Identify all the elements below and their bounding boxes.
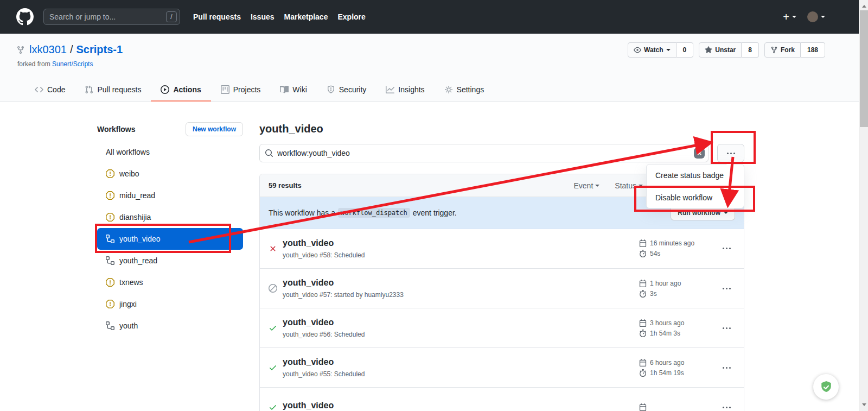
menu-item-disable-workflow[interactable]: Disable workflow: [647, 186, 744, 208]
run-title-link[interactable]: youth_video: [283, 318, 639, 327]
banner-text: This workflow has a: [269, 208, 335, 217]
repo-header: lxk0301 / Scripts-1 forked from Sunert/S…: [0, 34, 859, 102]
run-title-link[interactable]: youth_video: [283, 238, 639, 248]
sidebar-item-midu-read[interactable]: midu_read: [97, 185, 243, 206]
tab-wiki[interactable]: Wiki: [270, 79, 316, 102]
sidebar-item-youth[interactable]: youth: [97, 315, 243, 337]
run-title-link[interactable]: youth_video: [283, 401, 639, 410]
code-icon: [35, 85, 43, 94]
tab-label: Settings: [457, 85, 484, 94]
run-title-link[interactable]: youth_video: [283, 357, 639, 367]
stopwatch-icon: [639, 250, 647, 257]
run-options-button[interactable]: [718, 407, 735, 408]
nav-pull-requests[interactable]: Pull requests: [193, 12, 241, 21]
tab-label: Actions: [173, 85, 201, 94]
tab-pull-requests[interactable]: Pull requests: [75, 79, 151, 102]
run-row[interactable]: youth_video youth_video #55: Scheduled 6…: [260, 347, 744, 387]
clear-search-button[interactable]: ✕: [694, 148, 705, 159]
run-duration: 1h 54m 3s: [650, 330, 680, 337]
tab-label: Pull requests: [97, 85, 141, 94]
runs-search: ✕: [259, 144, 709, 162]
run-subtitle[interactable]: youth_video #58: Scheduled: [283, 251, 639, 259]
run-time: 16 minutes ago: [650, 239, 694, 247]
sidebar-item-label: youth: [119, 321, 138, 330]
fork-button[interactable]: Fork: [764, 42, 801, 58]
sidebar-item-txnews[interactable]: txnews: [97, 271, 243, 293]
sidebar-item-youth-read[interactable]: youth_read: [97, 250, 243, 271]
repo-tab-bar: Code Pull requests Actions Projects Wiki…: [25, 79, 494, 102]
fork-button-group: Fork 188: [764, 42, 825, 58]
workflow-options-button[interactable]: [717, 144, 744, 162]
repo-title: lxk0301 / Scripts-1: [16, 43, 123, 56]
run-options-button[interactable]: [718, 367, 735, 369]
calendar-icon: [639, 359, 647, 366]
run-subtitle[interactable]: youth_video #57: started by huamiyu2333: [283, 291, 639, 299]
run-duration: 3s: [650, 290, 657, 298]
sidebar-item-label: dianshijia: [119, 213, 151, 222]
run-subtitle[interactable]: youth_video #55: Scheduled: [283, 370, 639, 378]
calendar-icon: [639, 280, 647, 287]
sidebar-item-label: All workflows: [106, 148, 150, 156]
watch-button[interactable]: Watch: [628, 42, 676, 58]
fork-label: Fork: [781, 46, 795, 54]
sidebar-item-youth-video[interactable]: youth_video: [97, 228, 243, 250]
tab-settings[interactable]: Settings: [435, 79, 494, 102]
create-new-dropdown[interactable]: +: [783, 11, 796, 22]
fork-count[interactable]: 188: [801, 42, 825, 58]
github-logo-icon[interactable]: [16, 8, 34, 26]
sidebar-item-label: youth_read: [119, 256, 157, 265]
scrollbar-thumb[interactable]: [860, 10, 868, 127]
warning-icon: [106, 213, 114, 222]
sidebar-item-label: weibo: [119, 169, 139, 178]
workflows-sidebar: Workflows New workflow All workflows wei…: [97, 122, 243, 337]
menu-item-create-status-badge[interactable]: Create status badge: [647, 165, 744, 186]
scroll-down-button[interactable]: [859, 401, 868, 410]
event-filter-dropdown[interactable]: Event: [573, 181, 599, 190]
runs-search-input[interactable]: [259, 144, 709, 162]
run-title-link[interactable]: youth_video: [283, 278, 639, 288]
extension-shield-badge[interactable]: [813, 374, 839, 400]
run-options-button[interactable]: [718, 248, 735, 249]
sidebar-item-label: txnews: [119, 278, 143, 287]
scroll-up-button[interactable]: [859, 1, 868, 10]
global-search-input[interactable]: [43, 9, 180, 25]
sidebar-item-weibo[interactable]: weibo: [97, 163, 243, 185]
run-row[interactable]: youth_video youth_video #58: Scheduled 1…: [260, 229, 744, 268]
repo-action-buttons: Watch 0 Unstar 8 Fork 188: [628, 42, 825, 58]
stopwatch-icon: [639, 369, 647, 377]
run-options-button[interactable]: [718, 327, 735, 329]
new-workflow-button[interactable]: New workflow: [186, 122, 243, 136]
search-icon: [265, 149, 273, 157]
repo-name-link[interactable]: Scripts-1: [76, 43, 123, 56]
run-workflow-label: Run workflow: [678, 209, 720, 217]
sidebar-item-jingxi[interactable]: jingxi: [97, 293, 243, 315]
repo-owner-link[interactable]: lxk0301: [29, 43, 67, 56]
nav-explore[interactable]: Explore: [337, 12, 365, 21]
run-options-button[interactable]: [718, 288, 735, 289]
status-filter-dropdown[interactable]: Status: [615, 181, 643, 190]
fork-source-link[interactable]: Sunert/Scripts: [52, 60, 93, 68]
eye-icon: [634, 46, 641, 54]
nav-marketplace[interactable]: Marketplace: [284, 12, 328, 21]
star-count[interactable]: 8: [742, 42, 759, 58]
project-icon: [221, 85, 229, 94]
chevron-down-icon: [724, 212, 728, 216]
tab-projects[interactable]: Projects: [211, 79, 271, 102]
run-row[interactable]: youth_video: [260, 387, 744, 411]
sidebar-item-label: jingxi: [119, 300, 137, 308]
unstar-button[interactable]: Unstar: [699, 42, 742, 58]
global-nav: Pull requests Issues Marketplace Explore: [193, 12, 366, 21]
user-menu-dropdown[interactable]: [807, 11, 825, 22]
tab-code[interactable]: Code: [25, 79, 75, 102]
sidebar-item-dianshijia[interactable]: dianshijia: [97, 206, 243, 228]
tab-actions[interactable]: Actions: [151, 79, 210, 102]
run-subtitle[interactable]: youth_video #56: Scheduled: [283, 331, 639, 338]
sidebar-item-all-workflows[interactable]: All workflows: [97, 141, 243, 163]
watch-count[interactable]: 0: [676, 42, 694, 58]
run-row[interactable]: youth_video youth_video #57: started by …: [260, 268, 744, 308]
sidebar-title: Workflows: [97, 125, 136, 134]
nav-issues[interactable]: Issues: [251, 12, 275, 21]
run-row[interactable]: youth_video youth_video #56: Scheduled 3…: [260, 308, 744, 347]
tab-insights[interactable]: Insights: [376, 79, 434, 102]
tab-security[interactable]: Security: [317, 79, 376, 102]
